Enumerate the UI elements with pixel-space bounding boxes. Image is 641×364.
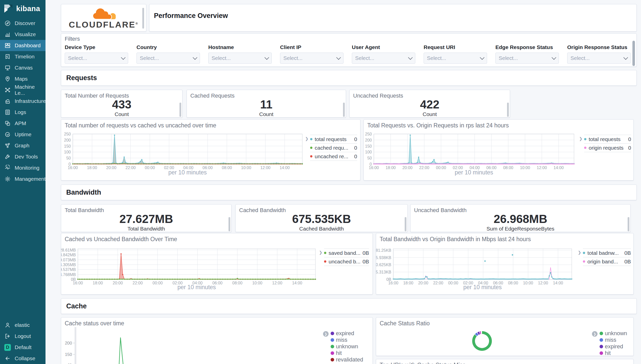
- legend-value: 0: [628, 136, 631, 142]
- panel-dashboard-title: Performance Overview: [149, 4, 637, 32]
- legend-dot: [583, 252, 585, 254]
- cache-status-donut[interactable]: [472, 331, 492, 351]
- panel-resize-handle[interactable]: [507, 103, 509, 117]
- sidebar-item-dev-tools[interactable]: Dev Tools: [0, 151, 45, 162]
- legend-label: revalidated: [336, 356, 363, 363]
- sidebar-item-canvas[interactable]: Canvas: [0, 62, 45, 73]
- sidebar-item-collapse[interactable]: Collapse: [0, 353, 45, 364]
- legend-item-hit[interactable]: hit: [600, 350, 627, 356]
- metric-cached-bandwidth: Cached Bandwidth675.535KBCached Bandwidt…: [235, 204, 408, 232]
- legend-item-total-badnw[interactable]: total badnw...0B: [583, 248, 631, 257]
- sidebar-item-timelion[interactable]: Timelion: [0, 51, 45, 62]
- sidebar-item-label: APM: [15, 120, 26, 126]
- panel-resize-handle[interactable]: [405, 217, 406, 231]
- filter-device-type: Device TypeSelect...: [65, 44, 128, 64]
- panel-resize-handle[interactable]: [628, 217, 629, 231]
- legend-value: 0B: [624, 259, 631, 265]
- select-placeholder: Select...: [212, 55, 231, 61]
- filters-title: Filters: [65, 36, 80, 42]
- sidebar-item-monitoring[interactable]: Monitoring: [0, 162, 45, 173]
- svg-text:100: 100: [365, 150, 372, 154]
- filter-select-hostname[interactable]: Select...: [208, 53, 272, 64]
- sidebar-item-maps[interactable]: Maps: [0, 73, 45, 84]
- legend-collapse-icon[interactable]: ❯: [579, 136, 582, 141]
- visualize-icon: [4, 31, 11, 38]
- metric-total-bandwidth: Total Bandwidth27.627MBTotal Bandwidth: [61, 204, 232, 232]
- sidebar-item-graph[interactable]: Graph: [0, 140, 45, 151]
- sidebar-item-uptime[interactable]: Uptime: [0, 129, 45, 140]
- legend-collapse-icon[interactable]: ❯: [305, 136, 308, 141]
- filter-label-hostname: Hostname: [208, 44, 272, 50]
- legend-dot: [310, 147, 312, 149]
- metric-sub-label: Count: [350, 111, 510, 117]
- panel-resize-handle[interactable]: [142, 8, 144, 29]
- legend-item-cached-requ[interactable]: cached requ...0: [310, 143, 357, 152]
- legend-item-unknown[interactable]: unknown: [331, 344, 363, 349]
- legend-label: cached requ...: [315, 145, 352, 151]
- filter-select-client-ip[interactable]: Select...: [280, 53, 344, 64]
- panel-resize-handle[interactable]: [343, 103, 345, 117]
- donut-hole: [475, 334, 489, 348]
- legend-item-total-requests[interactable]: total requests0: [584, 135, 631, 143]
- metric-uncached-requests: Uncached Requests422Count: [349, 90, 510, 118]
- chart-cache-status-ratio: Cache Status Ratio❯unknownmissexpiredhit: [376, 317, 634, 356]
- svg-text:585.938KB: 585.938KB: [376, 256, 391, 260]
- sidebar-item-default[interactable]: DDefault: [0, 342, 45, 353]
- filter-user-agent: User AgentSelect...: [352, 44, 415, 64]
- legend-collapse-icon[interactable]: ❯: [592, 331, 598, 337]
- legend-item-expired[interactable]: expired: [331, 331, 363, 336]
- legend-item-miss[interactable]: miss: [331, 337, 363, 343]
- sidebar-footer: elasticLogoutDDefaultCollapse: [0, 320, 45, 364]
- legend-item-uncached-re[interactable]: uncached re...0: [310, 152, 357, 161]
- select-placeholder: Select...: [570, 55, 590, 61]
- filter-select-edge-response-status[interactable]: Select...: [495, 53, 559, 64]
- metric-sub-label: Cached Bandwidth: [236, 226, 407, 232]
- legend-collapse-icon[interactable]: ❯: [578, 250, 581, 255]
- kibana-dashboard-page: kibana DiscoverVisualizeDashboardTimelio…: [0, 0, 641, 364]
- legend-item-hit[interactable]: hit: [331, 350, 363, 356]
- filter-select-request-uri[interactable]: Select...: [424, 53, 487, 64]
- sidebar-item-apm[interactable]: APM: [0, 118, 45, 129]
- filter-label-country: Country: [136, 44, 200, 50]
- sidebar-item-visualize[interactable]: Visualize: [0, 29, 45, 40]
- legend-item-origin-requests[interactable]: origin requests0: [584, 143, 631, 152]
- filters-scrollbar[interactable]: [632, 41, 635, 66]
- legend-item-miss[interactable]: miss: [600, 337, 627, 343]
- legend-item-saved-band[interactable]: saved band...0B: [324, 248, 369, 257]
- infrastructure-icon: [4, 98, 11, 104]
- sidebar-item-logs[interactable]: Logs: [0, 107, 45, 118]
- panel-resize-handle[interactable]: [179, 103, 181, 117]
- logout-icon: [4, 333, 11, 339]
- chevron-down-icon: [264, 55, 269, 60]
- legend-value: 0: [354, 153, 357, 160]
- filter-select-device-type[interactable]: Select...: [65, 53, 128, 64]
- filter-select-origin-response-status[interactable]: Select...: [567, 53, 631, 64]
- legend-item-total-requests[interactable]: total requests0: [310, 135, 357, 143]
- chart-legend: expiredmissunknownhitrevalidated: [331, 331, 363, 363]
- legend-item-unknown[interactable]: unknown: [600, 331, 627, 336]
- sidebar-item-management[interactable]: Management: [0, 173, 45, 185]
- legend-item-uncached-b[interactable]: uncached b...0B: [324, 257, 369, 266]
- legend-item-origin-band[interactable]: origin band...0B: [583, 257, 631, 266]
- sidebar-item-machine-le[interactable]: Machine Le...: [0, 84, 45, 96]
- filter-client-ip: Client IPSelect...: [280, 44, 344, 64]
- legend-item-expired[interactable]: expired: [600, 344, 627, 349]
- panel-resize-handle[interactable]: [228, 217, 230, 231]
- sidebar-item-dashboard[interactable]: Dashboard: [0, 40, 45, 51]
- legend-collapse-icon[interactable]: ❯: [319, 250, 322, 255]
- kibana-logo[interactable]: kibana: [0, 0, 45, 17]
- filter-select-country[interactable]: Select...: [136, 53, 200, 64]
- filter-label-user-agent: User Agent: [352, 44, 415, 50]
- legend-collapse-icon[interactable]: ❯: [323, 331, 329, 337]
- sidebar-item-logout[interactable]: Logout: [0, 331, 45, 342]
- metric-sub-label: Count: [61, 111, 182, 117]
- chart-plot: 781.25KB585.938KB390.625KB195.313KB0B16:…: [376, 233, 576, 291]
- sidebar-item-label: Dev Tools: [15, 154, 38, 160]
- apm-icon: [4, 120, 11, 127]
- sidebar-item-infrastructure[interactable]: Infrastructure: [0, 96, 45, 107]
- legend-label: expired: [605, 343, 623, 350]
- sidebar-item-discover[interactable]: Discover: [0, 18, 45, 29]
- filter-select-user-agent[interactable]: Select...: [352, 53, 415, 64]
- legend-item-revalidated[interactable]: revalidated: [331, 357, 363, 362]
- sidebar-item-elastic[interactable]: elastic: [0, 320, 45, 331]
